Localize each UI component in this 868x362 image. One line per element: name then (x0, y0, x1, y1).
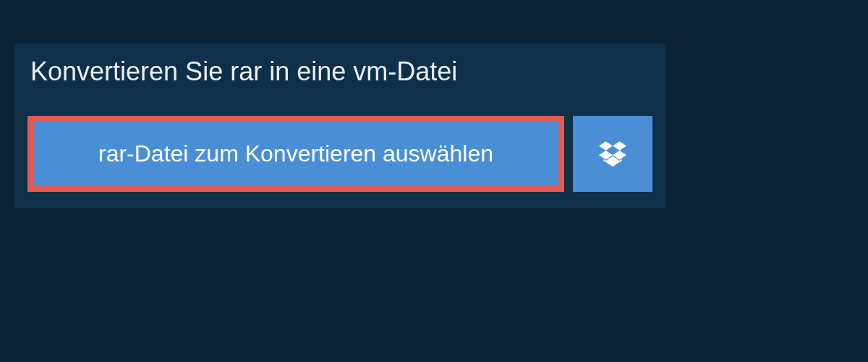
dropbox-button[interactable] (573, 116, 652, 192)
converter-panel: Konvertieren Sie rar in eine vm-Datei ra… (14, 43, 665, 208)
dropbox-icon (599, 139, 626, 169)
page-title: Konvertieren Sie rar in eine vm-Datei (30, 56, 457, 86)
action-row: rar-Datei zum Konvertieren auswählen (14, 100, 665, 208)
select-file-label: rar-Datei zum Konvertieren auswählen (98, 140, 493, 167)
select-file-button[interactable]: rar-Datei zum Konvertieren auswählen (27, 116, 564, 192)
title-bar: Konvertieren Sie rar in eine vm-Datei (14, 43, 473, 100)
